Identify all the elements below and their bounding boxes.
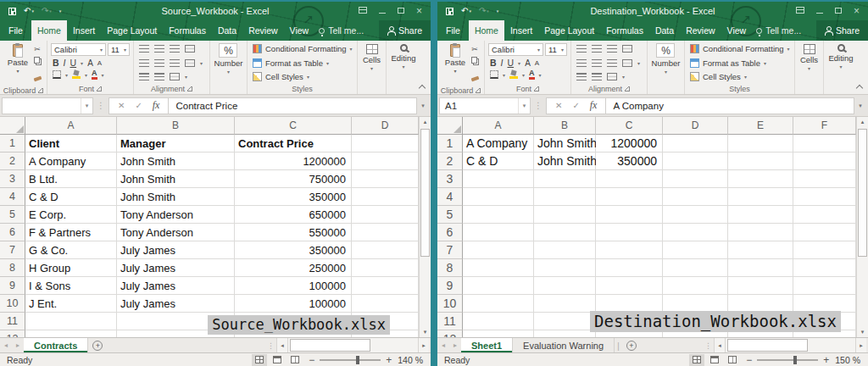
orientation-icon[interactable] xyxy=(622,45,632,53)
cell-E6[interactable] xyxy=(728,224,793,241)
row-header-2[interactable]: 2 xyxy=(437,152,463,170)
cell-D3[interactable] xyxy=(663,170,728,188)
tab-view[interactable]: View xyxy=(284,20,315,41)
row-header-9[interactable]: 9 xyxy=(0,277,25,295)
cell-C8[interactable]: 250000 xyxy=(235,259,352,277)
cell-styles-button[interactable]: Cell Styles▾ xyxy=(253,72,353,81)
insert-function-icon[interactable]: fx xyxy=(590,99,598,112)
cell-A1[interactable]: A Company xyxy=(463,135,534,152)
cell-C7[interactable] xyxy=(596,241,663,259)
align-top-icon[interactable] xyxy=(576,45,587,53)
cell-F4[interactable] xyxy=(793,188,856,206)
scroll-right-icon[interactable]: ▸ xyxy=(855,338,866,352)
cell-A3[interactable] xyxy=(463,170,534,188)
vertical-scroll-thumb[interactable] xyxy=(858,129,867,257)
zoom-in-icon[interactable]: + xyxy=(823,356,829,364)
normal-view-icon[interactable] xyxy=(689,354,704,366)
cut-icon[interactable]: ✂ xyxy=(34,45,42,53)
cell-E7[interactable] xyxy=(728,241,793,259)
ribbon-display-options-icon[interactable] xyxy=(359,7,367,15)
row-header-6[interactable]: 6 xyxy=(0,224,25,241)
format-as-table-button[interactable]: Format as Table▾ xyxy=(253,58,353,68)
sheet-nav-next-icon[interactable]: ▸ xyxy=(12,338,24,352)
zoom-slider[interactable] xyxy=(320,359,381,361)
cell-C10[interactable]: 100000 xyxy=(235,295,352,313)
sheet-tab-contracts[interactable]: Contracts xyxy=(24,338,88,352)
cell-B12[interactable] xyxy=(534,330,596,337)
cell-C10[interactable] xyxy=(596,295,663,313)
cell-B9[interactable] xyxy=(534,277,596,295)
expand-formula-bar-icon[interactable]: ▾ xyxy=(854,103,866,109)
row-header-12[interactable]: 12 xyxy=(0,330,25,337)
cell-D5[interactable] xyxy=(352,206,419,224)
page-break-view-icon[interactable] xyxy=(725,354,740,366)
italic-button[interactable]: I xyxy=(501,58,504,68)
row-header-11[interactable]: 11 xyxy=(437,313,463,330)
minimize-button[interactable] xyxy=(379,7,386,15)
formula-input[interactable]: Contract Price xyxy=(169,97,417,114)
cell-A4[interactable] xyxy=(463,188,534,206)
undo-icon[interactable]: ↶▾ xyxy=(461,7,471,15)
row-header-4[interactable]: 4 xyxy=(0,188,25,206)
cell-B8[interactable]: July James xyxy=(117,259,235,277)
increase-indent-icon[interactable] xyxy=(154,73,164,80)
cell-A5[interactable] xyxy=(463,206,534,224)
cell-A8[interactable]: H Group xyxy=(25,259,117,277)
underline-button[interactable]: U xyxy=(70,58,77,68)
cell-E2[interactable] xyxy=(728,152,793,170)
cancel-icon[interactable]: ✕ xyxy=(118,101,125,110)
scroll-down-icon[interactable]: ▾ xyxy=(420,329,431,336)
merge-center-icon[interactable] xyxy=(185,59,195,67)
row-header-4[interactable]: 4 xyxy=(437,188,463,206)
row-header-5[interactable]: 5 xyxy=(437,206,463,224)
row-header-12[interactable]: 12 xyxy=(437,330,463,337)
scroll-up-icon[interactable]: ▴ xyxy=(420,119,431,125)
cell-F3[interactable] xyxy=(793,170,856,188)
align-left-icon[interactable] xyxy=(576,59,587,67)
tab-review[interactable]: Review xyxy=(242,20,283,41)
cut-icon[interactable]: ✂ xyxy=(471,45,479,53)
cell-B5[interactable] xyxy=(534,206,596,224)
align-bottom-icon[interactable] xyxy=(607,45,617,53)
tell-me-box[interactable]: Tell me... xyxy=(314,20,368,41)
tab-insert[interactable]: Insert xyxy=(504,20,538,41)
cell-F8[interactable] xyxy=(793,259,856,277)
copy-icon[interactable] xyxy=(471,53,479,69)
redo-icon[interactable]: ↷▾ xyxy=(42,7,52,15)
page-layout-view-icon[interactable] xyxy=(707,354,722,366)
font-color-icon[interactable]: A xyxy=(92,69,97,80)
row-header-7[interactable]: 7 xyxy=(0,241,25,259)
cell-B9[interactable]: July James xyxy=(117,277,235,295)
zoom-in-icon[interactable]: + xyxy=(386,356,392,364)
cell-E10[interactable] xyxy=(728,295,793,313)
cell-B10[interactable] xyxy=(534,295,596,313)
cell-styles-button[interactable]: Cell Styles▾ xyxy=(690,72,791,81)
zoom-out-icon[interactable]: − xyxy=(746,356,752,364)
conditional-formatting-button[interactable]: Conditional Formatting▾ xyxy=(253,44,353,53)
number-format-button[interactable]: % Number ▾ xyxy=(652,43,681,83)
tab-view[interactable]: View xyxy=(721,20,753,41)
fill-color-icon[interactable] xyxy=(509,70,518,79)
row-header-6[interactable]: 6 xyxy=(437,224,463,241)
cell-F1[interactable] xyxy=(793,135,856,152)
underline-button[interactable]: U xyxy=(508,58,515,68)
row-header-8[interactable]: 8 xyxy=(0,259,25,277)
sheet-nav-prev-icon[interactable]: ◂ xyxy=(437,338,449,352)
cell-C1[interactable]: Contract Price xyxy=(235,135,352,152)
orientation-icon[interactable] xyxy=(185,45,195,53)
tab-review[interactable]: Review xyxy=(680,20,721,41)
font-size-select[interactable]: 11▾ xyxy=(108,43,130,56)
row-header-10[interactable]: 10 xyxy=(0,295,25,313)
tab-home[interactable]: Home xyxy=(31,20,67,41)
tab-formulas[interactable]: Formulas xyxy=(163,20,212,41)
cell-B1[interactable]: John Smith xyxy=(534,135,596,152)
cell-D2[interactable] xyxy=(352,152,419,170)
cell-B2[interactable]: John Smith xyxy=(117,152,235,170)
cell-C4[interactable] xyxy=(596,188,663,206)
cell-C5[interactable] xyxy=(596,206,663,224)
cell-B3[interactable] xyxy=(534,170,596,188)
cell-B6[interactable]: Tony Anderson xyxy=(117,224,235,241)
cell-F6[interactable] xyxy=(793,224,856,241)
cell-B4[interactable] xyxy=(534,188,596,206)
format-as-table-button[interactable]: Format as Table▾ xyxy=(690,58,791,68)
